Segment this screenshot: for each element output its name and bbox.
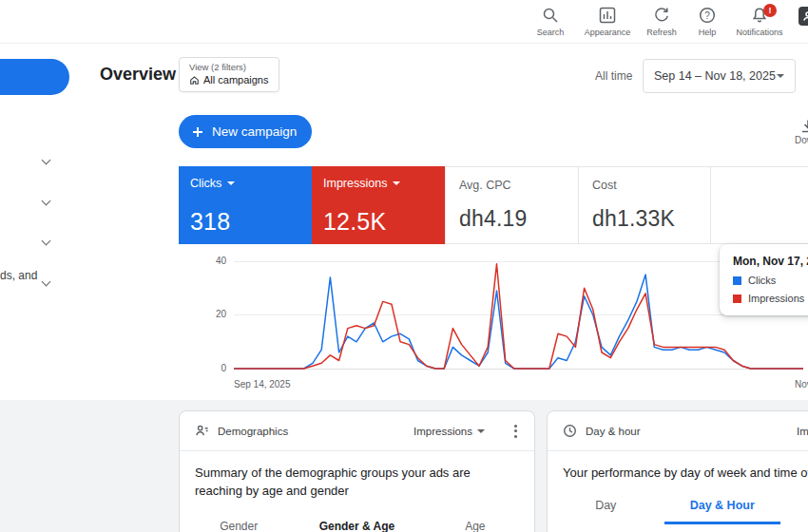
page-title: Overview	[100, 65, 176, 85]
metric-label: Impressions	[323, 177, 387, 190]
chevron-down-icon	[41, 197, 50, 206]
card-title: Demographics	[218, 426, 405, 437]
more-options-kebab-icon[interactable]	[512, 423, 519, 440]
account-button[interactable]	[791, 7, 808, 37]
view-filters-label: View (2 filters)	[189, 62, 269, 72]
date-range-preset-label: All time	[595, 69, 632, 83]
metric-card-clicks[interactable]: Clicks 318	[179, 166, 312, 244]
chevron-down-icon	[477, 429, 485, 433]
download-icon	[799, 118, 808, 135]
metric-card-impressions[interactable]: Impressions 12.5K	[312, 166, 445, 244]
sidebar-section-toggle-1[interactable]	[38, 154, 53, 169]
appearance-button[interactable]: Appearance	[578, 7, 637, 37]
new-campaign-label: New campaign	[212, 124, 297, 139]
day-hour-tabs: Day Day & Hour	[548, 491, 780, 524]
date-range-value: Sep 14 – Nov 18, 2025	[654, 69, 777, 83]
topbar-actions: Search Appearance Refresh ? Help ! Notif…	[523, 7, 808, 37]
metric-selector-value: Impressions	[414, 426, 472, 437]
demographics-card: Demographics Impressions Summary of the …	[179, 410, 535, 532]
x-axis-end-label: Nov 18, 2025	[795, 379, 808, 390]
tab-day-hour[interactable]: Day & Hour	[664, 491, 781, 524]
impressions-legend-swatch	[733, 294, 741, 303]
download-label: Download	[795, 135, 808, 145]
metric-value: 12.5K	[323, 208, 386, 236]
tab-gender-age[interactable]: Gender & Age	[298, 511, 415, 532]
notifications-button[interactable]: ! Notifications	[728, 7, 791, 37]
search-label: Search	[537, 28, 565, 37]
notification-badge: !	[763, 4, 777, 17]
svg-text:?: ?	[704, 10, 710, 21]
new-campaign-button[interactable]: New campaign	[179, 115, 312, 148]
performance-line-chart[interactable]	[234, 258, 803, 370]
y-axis-tick: 40	[207, 256, 226, 266]
appearance-icon	[599, 7, 616, 24]
refresh-label: Refresh	[646, 28, 677, 37]
clock-icon	[563, 424, 577, 438]
clicks-series-line	[234, 275, 803, 369]
view-filters-chip[interactable]: View (2 filters) All campaigns	[179, 57, 279, 92]
clicks-legend-swatch	[733, 276, 741, 285]
search-icon	[542, 7, 559, 24]
day-hour-card: Day & hour Impressions Your performance …	[547, 410, 808, 532]
demographics-tabs: Gender Gender & Age Age	[180, 511, 534, 532]
metric-selector-value: Impressions	[797, 426, 808, 437]
refresh-button[interactable]: Refresh	[637, 7, 686, 37]
help-button[interactable]: ? Help	[686, 7, 728, 37]
chevron-down-icon	[227, 181, 235, 185]
metric-label: Avg. CPC	[459, 179, 511, 192]
google-ads-overview-page: Search Appearance Refresh ? Help ! Notif…	[0, 0, 808, 532]
tooltip-date: Mon, Nov 17, 2025	[733, 255, 808, 268]
tooltip-series-label: Clicks	[748, 275, 776, 286]
metric-card-avg-cpc[interactable]: Avg. CPC dh4.19	[445, 166, 578, 244]
metric-value: 318	[190, 208, 230, 236]
card-description: Your performance by day of week and time…	[548, 451, 808, 483]
card-description: Summary of the demographic groups your a…	[180, 451, 534, 501]
tab-day[interactable]: Day	[548, 491, 664, 524]
demographics-metric-selector[interactable]: Impressions	[414, 426, 485, 437]
tooltip-row-clicks: Clicks	[733, 275, 808, 286]
sidebar-section-toggle-3[interactable]	[38, 235, 53, 250]
active-nav-pill[interactable]	[0, 59, 69, 95]
y-axis-tick: 20	[207, 309, 226, 319]
download-button[interactable]	[799, 118, 808, 135]
tab-age[interactable]: Age	[416, 511, 534, 532]
demographics-icon	[195, 424, 209, 438]
campaign-scope-home-icon	[189, 75, 200, 86]
chevron-down-icon	[41, 156, 50, 165]
plus-icon	[191, 125, 204, 139]
search-button[interactable]: Search	[523, 7, 578, 37]
view-scope-label: All campaigns	[203, 74, 268, 86]
metric-label: Clicks	[190, 177, 221, 190]
date-range-selector[interactable]: Sep 14 – Nov 18, 2025	[643, 59, 796, 93]
metric-label: Cost	[592, 179, 617, 192]
chevron-down-icon	[393, 181, 400, 185]
chevron-down-icon	[41, 237, 50, 246]
notifications-label: Notifications	[736, 28, 782, 37]
account-icon	[798, 7, 808, 26]
tooltip-row-impressions: Impressions	[733, 293, 808, 304]
chevron-down-icon	[777, 74, 784, 78]
top-app-bar: Search Appearance Refresh ? Help ! Notif…	[0, 0, 808, 44]
chart-tooltip: Mon, Nov 17, 2025 Clicks Impressions	[720, 244, 808, 315]
sidebar-section-toggle-4[interactable]	[38, 276, 53, 291]
x-axis-start-label: Sep 14, 2025	[234, 379, 291, 390]
card-title: Day & hour	[586, 426, 788, 437]
help-icon: ?	[699, 7, 716, 24]
y-axis-tick: 0	[207, 363, 226, 373]
appearance-label: Appearance	[585, 28, 631, 37]
metric-value: dh4.19	[459, 206, 528, 232]
help-label: Help	[699, 28, 717, 37]
day-hour-metric-selector[interactable]: Impressions	[797, 426, 808, 437]
metric-card-cost[interactable]: Cost dh1.33K	[578, 166, 711, 244]
tab-gender[interactable]: Gender	[180, 511, 298, 532]
tooltip-series-label: Impressions	[748, 293, 804, 304]
sidebar-section-toggle-2[interactable]	[38, 195, 53, 210]
refresh-icon	[653, 7, 670, 24]
metric-value: dh1.33K	[592, 206, 675, 232]
chevron-down-icon	[41, 277, 50, 287]
sidebar-item-label-fragment: ds, and	[0, 269, 37, 282]
metric-strip-filler	[711, 166, 808, 244]
